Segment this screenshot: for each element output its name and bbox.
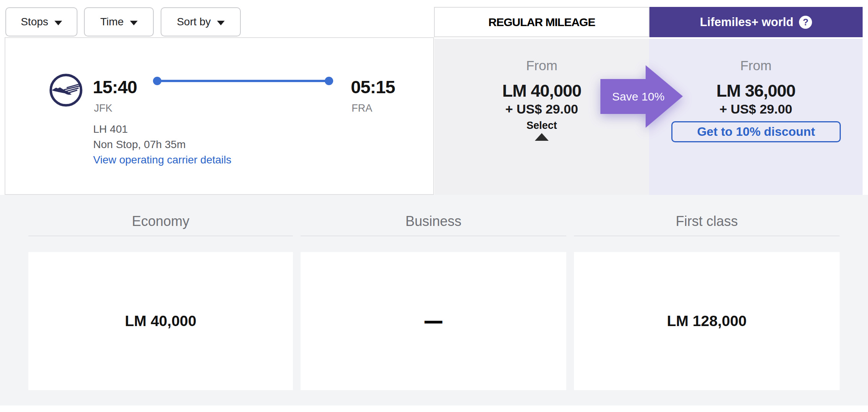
route-origin-dot xyxy=(153,77,161,85)
business-price-card: — xyxy=(301,252,566,390)
operating-carrier-link[interactable]: View operating carrier details xyxy=(93,154,232,166)
first-class-price: LM 128,000 xyxy=(667,313,746,330)
arrival-airport: FRA xyxy=(352,102,372,114)
cabin-header-first-class: First class xyxy=(574,213,840,229)
flight-route-line xyxy=(153,77,333,85)
tab-lifemiles-plus-label: Lifemiles+ world xyxy=(700,15,794,29)
route-destination-dot xyxy=(325,77,333,85)
tab-lifemiles-plus-world[interactable]: Lifemiles+ world ? xyxy=(649,7,863,37)
economy-price-card[interactable]: LM 40,000 xyxy=(28,252,293,390)
stops-and-duration: Non Stop, 07h 35m xyxy=(93,138,186,151)
get-discount-button[interactable]: Get to 10% discount xyxy=(671,121,841,142)
cabin-divider xyxy=(301,236,566,236)
sort-by-dropdown[interactable]: Sort by xyxy=(161,7,241,36)
arrival-time: 05:15 xyxy=(351,76,395,97)
help-icon[interactable]: ? xyxy=(799,16,812,29)
cabin-header-business: Business xyxy=(301,213,566,229)
business-price-unavailable: — xyxy=(425,311,442,331)
tab-regular-mileage[interactable]: REGULAR MILEAGE xyxy=(434,7,649,37)
route-line xyxy=(157,80,329,82)
save-10-percent-arrow: Save 10% xyxy=(600,65,683,128)
flight-card: 15:40 JFK 05:15 FRA LH 401 Non Stop, 07h… xyxy=(5,37,434,195)
flight-results-page: Stops Time Sort by REGULAR MILEAGE Lifem… xyxy=(0,0,868,412)
collapse-arrow-icon[interactable] xyxy=(535,133,549,141)
time-filter-dropdown[interactable]: Time xyxy=(84,7,154,36)
chevron-down-icon xyxy=(130,21,138,25)
departure-airport: JFK xyxy=(94,102,112,114)
economy-price: LM 40,000 xyxy=(125,313,196,330)
lufthansa-logo-icon xyxy=(48,73,84,108)
time-filter-label: Time xyxy=(100,16,123,28)
stops-filter-label: Stops xyxy=(21,16,48,28)
cabin-header-economy: Economy xyxy=(28,213,293,229)
first-class-price-card[interactable]: LM 128,000 xyxy=(574,252,840,390)
cabin-section: Economy Business First class LM 40,000 —… xyxy=(0,195,868,405)
tab-regular-mileage-label: REGULAR MILEAGE xyxy=(488,16,595,29)
cabin-divider xyxy=(574,236,840,236)
save-label: Save 10% xyxy=(606,79,671,114)
sort-by-label: Sort by xyxy=(177,16,211,28)
departure-time: 15:40 xyxy=(93,76,137,97)
chevron-down-icon xyxy=(217,21,225,25)
flight-number: LH 401 xyxy=(93,123,128,135)
stops-filter-dropdown[interactable]: Stops xyxy=(5,7,77,36)
chevron-down-icon xyxy=(54,21,62,25)
cabin-divider xyxy=(28,236,293,236)
